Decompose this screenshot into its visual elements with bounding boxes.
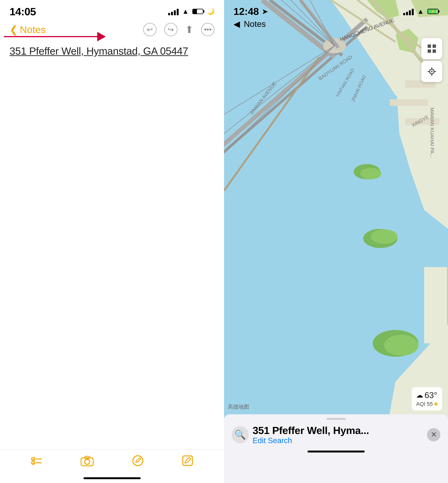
home-indicator-left	[83, 477, 141, 479]
svg-rect-9	[183, 456, 192, 466]
map-controls	[421, 38, 442, 82]
maps-bottom-bar: 🔍 351 Pfeffer Well, Hyma... Edit Search …	[224, 414, 448, 483]
drag-handle	[327, 418, 346, 420]
search-icon-circle: 🔍	[232, 426, 249, 443]
more-icon: •••	[204, 25, 212, 34]
markup-icon	[132, 455, 143, 469]
svg-rect-36	[424, 267, 447, 343]
battery-lightning-icon: ⚡	[431, 9, 435, 14]
status-icons-left: ▲ 🌙	[168, 8, 215, 16]
map-layers-button[interactable]	[421, 38, 442, 59]
battery-icon	[192, 9, 203, 14]
signal-icon	[168, 8, 179, 15]
svg-rect-47	[432, 49, 436, 53]
cloud-icon: ☁	[416, 391, 423, 399]
redo-icon: ↪	[168, 25, 174, 34]
status-bar-right: 12:48 ➤ ▲ ⚡	[224, 0, 448, 19]
aqi-text: AQI 55	[416, 401, 433, 407]
weather-temp: 63°	[424, 391, 437, 400]
svg-point-27	[371, 229, 398, 244]
search-icon: 🔍	[234, 429, 246, 440]
time-right: 12:48 ➤	[233, 6, 268, 17]
maps-panel: HANGCHENG AVENUE BAOYUAN ROAD YINTIAN RO…	[224, 0, 448, 483]
compose-icon	[182, 455, 193, 469]
svg-line-8	[136, 462, 137, 462]
arrow-head	[97, 32, 106, 41]
close-search-button[interactable]: ✕	[427, 428, 440, 442]
time-left: 14:05	[9, 5, 36, 18]
markup-button[interactable]	[132, 455, 143, 469]
compose-button[interactable]	[182, 455, 193, 469]
svg-rect-45	[432, 44, 436, 48]
wifi-icon-right: ▲	[417, 8, 424, 16]
battery-icon-right: ⚡	[427, 9, 439, 14]
maps-nav: ◀ Notes	[224, 17, 448, 31]
weather-widget: ☁ 63° AQI 55	[412, 387, 442, 410]
share-icon: ⬆	[185, 24, 193, 35]
undo-button[interactable]: ↩	[143, 23, 157, 36]
svg-rect-32	[390, 99, 428, 106]
wifi-icon: ▲	[182, 8, 189, 16]
svg-point-25	[360, 168, 381, 179]
checklist-icon	[31, 455, 42, 469]
search-text-area: 351 Pfeffer Well, Hyma... Edit Search	[253, 425, 423, 445]
time-text-right: 12:48	[233, 6, 259, 17]
redo-button[interactable]: ↪	[164, 23, 177, 36]
status-bar-left: 14:05 ▲ 🌙	[0, 0, 224, 19]
camera-icon	[81, 455, 94, 469]
svg-point-7	[133, 456, 143, 466]
aqi-dot	[434, 402, 438, 406]
map-attribution: 高德地图	[228, 403, 249, 410]
more-button[interactable]: •••	[201, 23, 215, 36]
weather-row: ☁ 63°	[416, 391, 438, 400]
location-icon	[426, 66, 437, 77]
toolbar-actions: ↩ ↪ ⬆ •••	[143, 23, 215, 36]
map-background	[224, 0, 448, 483]
undo-icon: ↩	[147, 25, 153, 34]
note-address[interactable]: 351 Pfeffer Well, Hymanstad, GA 05447	[9, 44, 188, 58]
share-button[interactable]: ⬆	[185, 24, 193, 35]
svg-rect-46	[428, 49, 431, 53]
status-icons-right: ▲ ⚡	[403, 8, 439, 16]
search-row: 🔍 351 Pfeffer Well, Hyma... Edit Search …	[232, 425, 440, 445]
svg-rect-44	[428, 44, 431, 48]
home-indicator-right	[307, 450, 365, 452]
map-layers-icon	[426, 43, 437, 54]
arrow-line	[4, 36, 97, 37]
svg-point-5	[85, 459, 90, 464]
red-arrow-indicator	[4, 33, 109, 41]
moon-icon: 🌙	[207, 8, 215, 15]
svg-point-49	[431, 71, 432, 72]
notes-panel: 14:05 ▲ 🌙 ❮ Notes ↩	[0, 0, 224, 483]
svg-point-29	[384, 335, 418, 356]
maps-back-label[interactable]: Notes	[244, 19, 266, 29]
aqi-row: AQI 55	[416, 401, 438, 407]
camera-button[interactable]	[81, 455, 94, 469]
note-body-space	[0, 249, 224, 450]
note-content: 351 Pfeffer Well, Hymanstad, GA 05447	[0, 40, 224, 249]
location-button[interactable]	[421, 61, 442, 82]
checklist-button[interactable]	[31, 455, 42, 469]
bottom-toolbar	[0, 449, 224, 475]
edit-search-button[interactable]: Edit Search	[253, 436, 423, 445]
search-address-text[interactable]: 351 Pfeffer Well, Hyma...	[253, 425, 423, 436]
location-arrow-icon: ➤	[262, 7, 268, 16]
mawan-label: MAWAN KUAHAI PA...	[429, 107, 435, 158]
signal-icon-right	[403, 8, 414, 15]
close-icon: ✕	[431, 431, 437, 439]
maps-back-chevron-icon: ◀	[233, 19, 240, 29]
